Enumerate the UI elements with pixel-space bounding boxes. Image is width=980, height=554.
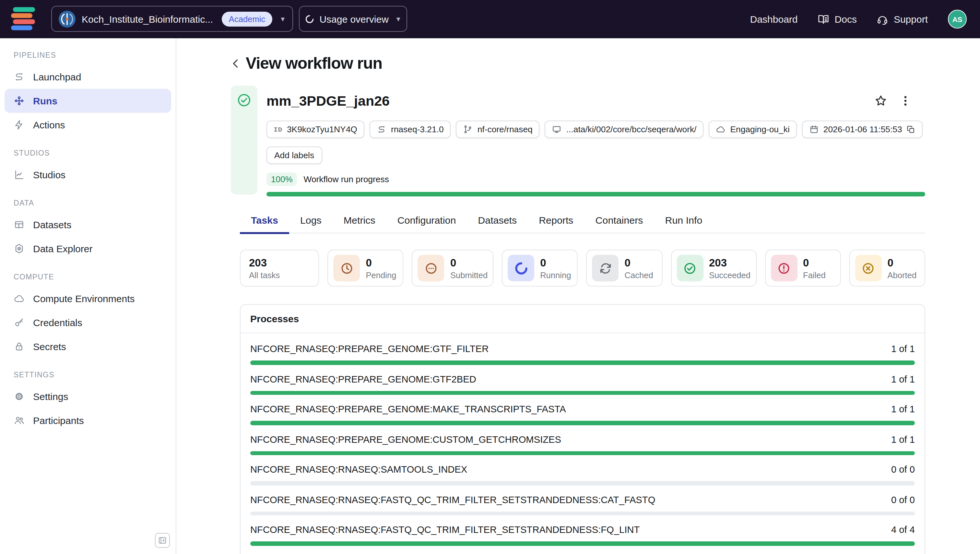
process-progress-bar — [250, 511, 915, 516]
sidebar: PIPELINES Launchpad Runs Actions STUDIOS… — [0, 38, 177, 554]
run-attribute-chip[interactable]: ID 3K9kozTyu1NY4Q — [266, 121, 364, 138]
nav-dashboard[interactable]: Dashboard — [750, 14, 798, 25]
sidebar-item-label: Studios — [33, 169, 65, 180]
chip-label: 2026-01-06 11:55:53 — [823, 124, 902, 134]
sidebar-item-label: Datasets — [33, 219, 71, 230]
stat-card-succeeded[interactable]: 203 Succeeded — [671, 250, 756, 287]
id-icon: ID — [274, 126, 282, 133]
sync-icon — [592, 255, 619, 282]
add-labels-button[interactable]: Add labels — [266, 146, 322, 164]
seqera-logo-icon[interactable] — [11, 6, 36, 32]
stat-card-aborted[interactable]: 0 Aborted — [850, 250, 925, 287]
process-name: NFCORE_RNASEQ:PREPARE_GENOME:MAKE_TRANSC… — [250, 404, 566, 414]
users-icon — [14, 415, 25, 426]
stat-label: Submitted — [450, 270, 488, 280]
sidebar-section-title: PIPELINES — [14, 51, 176, 59]
processes-rows: NFCORE_RNASEQ:PREPARE_GENOME:GTF_FILTER … — [240, 333, 924, 546]
star-icon[interactable] — [874, 94, 888, 108]
page-title-row: View workflow run — [228, 54, 382, 73]
run-attribute-chip[interactable]: Engaging-ou_ki — [709, 121, 797, 138]
chip-label: ...ata/ki/002/core/bcc/seqera/work/ — [566, 124, 697, 134]
sidebar-item-participants[interactable]: Participants — [5, 408, 171, 433]
sidebar-item-datasets[interactable]: Datasets — [5, 213, 171, 237]
usage-circle-icon — [304, 14, 314, 24]
run-attribute-chip[interactable]: rnaseq-3.21.0 — [369, 121, 451, 138]
run-attribute-chip[interactable]: nf-core/rnaseq — [456, 121, 540, 138]
stat-card-failed[interactable]: 0 Failed — [765, 250, 841, 287]
page-title: View workflow run — [246, 54, 382, 73]
tab-configuration[interactable]: Configuration — [387, 209, 467, 233]
tab-label: Datasets — [478, 215, 517, 226]
run-header: mm_3PDGE_jan26 ID 3K9kozTyu1NY4Q rnaseq-… — [231, 86, 925, 196]
nav-support[interactable]: Support — [877, 13, 928, 25]
sidebar-item-data-explorer[interactable]: Data Explorer — [5, 237, 171, 261]
topbar-nav: Dashboard Docs Support AS — [750, 0, 967, 38]
sidebar-collapse-button[interactable] — [155, 533, 170, 548]
sidebar-item-settings[interactable]: Settings — [5, 384, 171, 408]
sidebar-item-runs[interactable]: Runs — [5, 89, 171, 113]
chip-label: 3K9kozTyu1NY4Q — [287, 124, 357, 134]
process-count: 1 of 1 — [891, 434, 915, 444]
user-avatar[interactable]: AS — [948, 10, 967, 29]
workspace-avatar — [58, 10, 76, 27]
process-row[interactable]: NFCORE_RNASEQ:RNASEQ:FASTQ_QC_TRIM_FILTE… — [250, 485, 915, 516]
usage-overview-button[interactable]: Usage overview ▼ — [299, 6, 407, 32]
process-row[interactable]: NFCORE_RNASEQ:PREPARE_GENOME:GTF2BED 1 o… — [250, 365, 915, 395]
back-button[interactable] — [228, 56, 242, 70]
sidebar-item-credentials[interactable]: Credentials — [5, 310, 171, 334]
process-row[interactable]: NFCORE_RNASEQ:RNASEQ:FASTQ_QC_TRIM_FILTE… — [250, 516, 915, 546]
task-stats: 203 All tasks 0 Pending 0 Submitted 0 Ru… — [240, 250, 925, 287]
stat-card-pending[interactable]: 0 Pending — [328, 250, 403, 287]
workspace-selector[interactable]: Koch_Institute_Bioinformatic... Academic… — [51, 6, 293, 32]
cloud-icon — [14, 293, 25, 304]
process-row[interactable]: NFCORE_RNASEQ:RNASEQ:SAMTOOLS_INDEX 0 of… — [250, 455, 915, 485]
stat-card-submitted[interactable]: 0 Submitted — [412, 250, 493, 287]
sidebar-item-secrets[interactable]: Secrets — [5, 334, 171, 358]
kebab-menu-icon[interactable] — [899, 94, 912, 108]
tab-run-info[interactable]: Run Info — [654, 209, 713, 233]
tab-datasets[interactable]: Datasets — [467, 209, 528, 233]
nav-docs[interactable]: Docs — [818, 13, 857, 25]
stat-value: 0 — [450, 256, 488, 269]
tab-metrics[interactable]: Metrics — [332, 209, 387, 233]
chevron-down-icon: ▼ — [395, 15, 402, 22]
git-branch-icon — [463, 124, 473, 134]
sidebar-item-launchpad[interactable]: Launchpad — [5, 65, 171, 89]
tab-logs[interactable]: Logs — [289, 209, 332, 233]
tab-tasks[interactable]: Tasks — [240, 209, 289, 233]
process-row[interactable]: NFCORE_RNASEQ:PREPARE_GENOME:GTF_FILTER … — [250, 334, 915, 365]
sidebar-section: DATA Datasets Data Explorer — [0, 199, 176, 261]
sidebar-item-actions[interactable]: Actions — [5, 113, 171, 137]
key-icon — [14, 317, 25, 328]
stat-label: Succeeded — [709, 270, 751, 280]
sidebar-item-label: Runs — [33, 95, 57, 106]
chart-line-icon — [14, 169, 25, 180]
run-name: mm_3PDGE_jan26 — [266, 86, 925, 110]
sidebar-sections: PIPELINES Launchpad Runs Actions STUDIOS… — [0, 51, 176, 433]
stat-value: 0 — [803, 256, 826, 269]
stat-card-all-tasks[interactable]: 203 All tasks — [240, 250, 319, 287]
run-attribute-chips: ID 3K9kozTyu1NY4Q rnaseq-3.21.0 nf-core/… — [266, 121, 925, 138]
gear-icon — [14, 391, 25, 402]
process-count: 1 of 1 — [891, 344, 915, 354]
usage-overview-label: Usage overview — [319, 13, 388, 24]
stat-card-running[interactable]: 0 Running — [502, 250, 578, 287]
sidebar-item-studios[interactable]: Studios — [5, 163, 171, 187]
alert-circle-icon — [771, 255, 797, 282]
panel-collapse-icon — [158, 535, 167, 545]
copy-icon[interactable] — [907, 125, 916, 134]
process-row[interactable]: NFCORE_RNASEQ:PREPARE_GENOME:CUSTOM_GETC… — [250, 425, 915, 455]
run-tabs: TasksLogsMetricsConfigurationDatasetsRep… — [240, 209, 925, 233]
x-circle-icon — [855, 255, 882, 282]
stat-label: Aborted — [888, 270, 917, 280]
stat-card-cached[interactable]: 0 Cached — [587, 250, 662, 287]
run-attribute-chip[interactable]: ...ata/ki/002/core/bcc/seqera/work/ — [545, 121, 704, 138]
compass-hex-icon — [14, 243, 25, 254]
process-progress-bar — [250, 391, 915, 395]
tab-containers[interactable]: Containers — [584, 209, 654, 233]
run-attribute-chip[interactable]: 2026-01-06 11:55:53 — [802, 121, 923, 138]
process-row[interactable]: NFCORE_RNASEQ:PREPARE_GENOME:MAKE_TRANSC… — [250, 395, 915, 425]
tab-reports[interactable]: Reports — [528, 209, 584, 233]
sidebar-item-compute-environments[interactable]: Compute Environments — [5, 287, 171, 310]
spinner-icon — [508, 255, 534, 282]
